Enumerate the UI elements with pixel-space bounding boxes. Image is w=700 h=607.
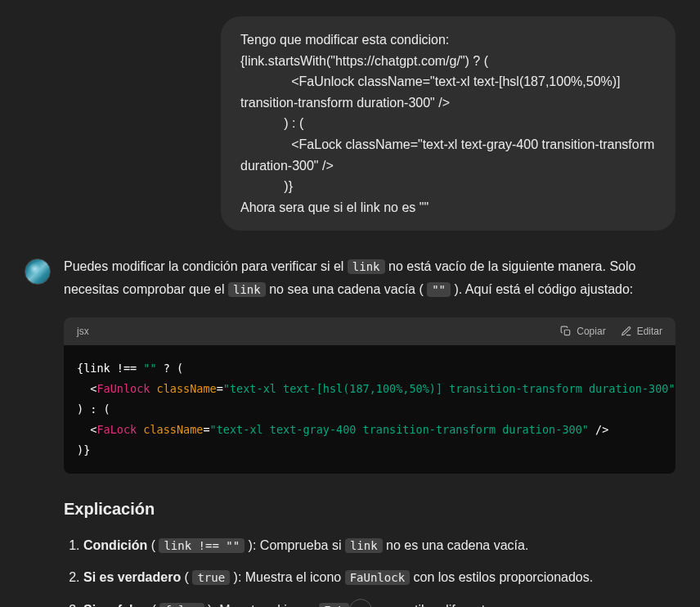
text: ):	[230, 570, 245, 584]
assistant-intro: Puedes modificar la condición para verif…	[64, 255, 675, 301]
svg-rect-0	[565, 330, 570, 335]
inline-code: FaL	[319, 603, 349, 607]
inline-code: link !== ""	[159, 538, 245, 553]
text: Puedes modificar la condición para verif…	[64, 259, 348, 273]
text: no es una cadena vacía.	[383, 538, 529, 552]
explanation-list: Condición ( link !== "" ): Comprueba si …	[64, 534, 675, 607]
text: ):	[204, 603, 220, 607]
code-language-label: jsx	[77, 324, 89, 339]
copy-label: Copiar	[577, 324, 605, 339]
text: (	[148, 603, 159, 607]
scroll-down-button[interactable]	[349, 599, 372, 607]
text: ):	[245, 538, 260, 552]
user-message: Tengo que modificar esta condicion: {lin…	[221, 16, 675, 231]
explanation-heading: Explicación	[64, 497, 675, 521]
code-block: jsx Copiar Editar {link !== "" ? ( <FaUn…	[64, 317, 675, 474]
text: (	[147, 538, 159, 552]
text: con estilos diferentes.	[372, 603, 502, 607]
text: Muestra el icono	[245, 570, 345, 584]
text: (	[181, 570, 192, 584]
text: ). Aquí está el código ajustado:	[451, 282, 633, 296]
bold-text: Condición	[83, 538, 147, 552]
chat-container: Tengo que modificar esta condicion: {lin…	[0, 0, 700, 607]
inline-code: FaUnlock	[345, 570, 410, 585]
list-item: Condición ( link !== "" ): Comprueba si …	[83, 534, 675, 556]
bold-text: Si es falso	[83, 603, 148, 607]
assistant-avatar	[25, 259, 51, 285]
copy-icon	[560, 326, 572, 337]
text: no sea una cadena vacía (	[266, 282, 427, 296]
edit-label: Editar	[637, 324, 662, 339]
copy-button[interactable]: Copiar	[560, 324, 605, 339]
bold-text: Si es verdadero	[83, 570, 181, 584]
inline-code: link	[345, 538, 383, 553]
inline-code: link	[228, 282, 266, 297]
list-item: Si es verdadero ( true ): Muestra el ico…	[83, 566, 675, 588]
code-header: jsx Copiar Editar	[64, 317, 675, 345]
code-body[interactable]: {link !== "" ? ( <FaUnlock className="te…	[64, 345, 675, 474]
edit-icon	[621, 326, 632, 337]
list-item: Si es falso ( false ): Muestra el icono …	[83, 599, 675, 607]
text: Comprueba si	[260, 538, 345, 552]
text: Muestra el icono	[219, 603, 319, 607]
assistant-message: Puedes modificar la condición para verif…	[25, 255, 675, 607]
text: con los estilos proporcionados.	[410, 570, 593, 584]
inline-code: false	[159, 603, 204, 607]
inline-code: true	[192, 570, 230, 585]
edit-button[interactable]: Editar	[621, 324, 662, 339]
inline-code: ""	[427, 282, 451, 297]
inline-code: link	[348, 259, 385, 274]
